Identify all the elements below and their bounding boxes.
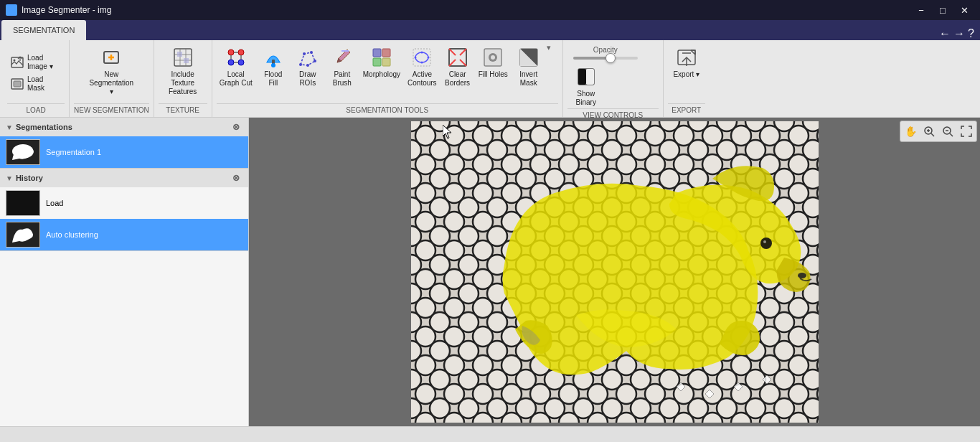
svg-point-27 bbox=[314, 60, 316, 62]
export-group-content: Export ▾ bbox=[668, 43, 705, 103]
svg-point-23 bbox=[271, 63, 275, 67]
ribbon-group-seg-tools: LocalGraph Cut FloodFill bbox=[212, 40, 563, 117]
seg-collapse-icon: ▼ bbox=[6, 123, 13, 131]
load-mask-label: LoadMask bbox=[27, 75, 44, 93]
clear-borders-icon bbox=[446, 46, 469, 69]
new-seg-group-content: NewSegmentation ▾ bbox=[74, 43, 149, 103]
include-texture-icon bbox=[171, 46, 194, 69]
segmentations-header[interactable]: ▼ Segmentations ⊗ bbox=[0, 118, 248, 136]
history-load-item[interactable]: Load bbox=[0, 187, 248, 219]
fit-view-button[interactable] bbox=[958, 123, 975, 140]
ribbon-back-icon[interactable]: ← bbox=[939, 27, 951, 40]
load-image-label: LoadImage ▾ bbox=[27, 54, 53, 71]
opacity-control: Opacity bbox=[567, 43, 644, 60]
segmentations-section: ▼ Segmentations ⊗ Segmentation 1 bbox=[0, 118, 248, 169]
ribbon-group-load: LoadImage ▾ LoadMask LOAD bbox=[3, 40, 70, 117]
close-button[interactable]: ✕ bbox=[954, 0, 974, 20]
svg-point-38 bbox=[421, 52, 423, 54]
svg-line-44 bbox=[460, 60, 466, 66]
opacity-slider-container bbox=[573, 57, 638, 60]
svg-rect-30 bbox=[373, 49, 381, 57]
new-segmentation-label: NewSegmentation ▾ bbox=[89, 70, 133, 96]
svg-rect-7 bbox=[174, 49, 192, 66]
svg-rect-57 bbox=[6, 191, 40, 216]
title-bar-left: Image Segmenter - img bbox=[6, 4, 111, 16]
svg-point-28 bbox=[306, 64, 309, 67]
invert-mask-label: InvertMask bbox=[519, 70, 537, 88]
maximize-button[interactable]: □ bbox=[933, 0, 953, 20]
auto-clustering-thumbnail bbox=[6, 222, 40, 248]
seg1-thumbnail bbox=[6, 139, 40, 165]
export-button[interactable]: Export ▾ bbox=[668, 43, 705, 80]
show-binary-button[interactable]: ShowBinary bbox=[567, 62, 605, 108]
morphology-button[interactable]: Morphology bbox=[360, 43, 403, 80]
local-graph-cut-button[interactable]: LocalGraph Cut bbox=[217, 43, 255, 89]
include-texture-button[interactable]: Include TextureFeatures bbox=[159, 43, 207, 98]
tab-segmentation[interactable]: SEGMENTATION bbox=[1, 20, 86, 40]
ribbon-group-texture: Include TextureFeatures TEXTURE bbox=[154, 40, 212, 117]
draw-rois-label: DrawROIs bbox=[299, 70, 316, 88]
history-auto-clustering-label: Auto clustering bbox=[46, 230, 98, 239]
new-segmentation-icon bbox=[100, 46, 123, 69]
seg-tools-group-label: SEGMENTATION TOOLS bbox=[217, 103, 558, 117]
texture-group-label: TEXTURE bbox=[159, 103, 207, 117]
svg-rect-50 bbox=[578, 69, 586, 85]
zoom-in-button[interactable] bbox=[920, 123, 938, 140]
svg-point-35 bbox=[415, 52, 428, 62]
show-binary-label: ShowBinary bbox=[576, 90, 596, 107]
invert-mask-button[interactable]: InvertMask bbox=[512, 43, 545, 89]
ribbon-help-icon[interactable]: ? bbox=[968, 27, 974, 40]
load-thumbnail bbox=[6, 190, 40, 216]
export-group-label: EXPORT bbox=[668, 103, 705, 117]
ribbon-forward-icon[interactable]: → bbox=[953, 27, 965, 40]
fill-holes-button[interactable]: Fill Holes bbox=[476, 43, 511, 80]
ribbon-nav-buttons: ← → ? bbox=[939, 27, 980, 40]
zoom-out-button[interactable] bbox=[939, 123, 956, 140]
history-auto-clustering-item[interactable]: Auto clustering bbox=[0, 219, 248, 250]
paint-brush-button[interactable]: PaintBrush bbox=[326, 43, 359, 89]
history-collapse-icon: ▼ bbox=[6, 174, 13, 182]
flood-fill-label: FloodFill bbox=[264, 70, 282, 88]
minimize-button[interactable]: − bbox=[911, 0, 931, 20]
active-contours-label: ActiveContours bbox=[407, 70, 437, 88]
flood-fill-icon bbox=[262, 46, 285, 69]
flood-fill-button[interactable]: FloodFill bbox=[257, 43, 290, 89]
svg-rect-13 bbox=[184, 58, 189, 63]
svg-point-75 bbox=[798, 273, 806, 278]
new-segmentation-button[interactable]: NewSegmentation ▾ bbox=[87, 43, 136, 98]
status-bar bbox=[0, 426, 980, 442]
load-group-label: LOAD bbox=[7, 103, 65, 117]
canvas-area[interactable]: ✋ bbox=[249, 118, 980, 426]
paint-brush-icon bbox=[331, 46, 354, 69]
fill-holes-label: Fill Holes bbox=[479, 70, 508, 79]
load-image-button[interactable]: LoadImage ▾ bbox=[7, 52, 65, 72]
pan-tool-button[interactable]: ✋ bbox=[902, 123, 919, 140]
opacity-slider[interactable] bbox=[573, 57, 638, 60]
svg-point-1 bbox=[14, 60, 16, 62]
load-mask-button[interactable]: LoadMask bbox=[7, 74, 65, 94]
seg1-label: Segmentation 1 bbox=[46, 148, 101, 156]
load-mask-icon bbox=[10, 77, 24, 91]
ribbon-group-new-segmentation: NewSegmentation ▾ NEW SEGMENTATION bbox=[70, 40, 154, 117]
svg-line-42 bbox=[460, 49, 466, 55]
history-header[interactable]: ▼ History ⊗ bbox=[0, 169, 248, 187]
main-layout: ▼ Segmentations ⊗ Segmentation 1 ▼ bbox=[0, 118, 980, 426]
draw-rois-button[interactable]: DrawROIs bbox=[291, 43, 324, 89]
segmentation-1-item[interactable]: Segmentation 1 bbox=[0, 136, 248, 168]
invert-mask-icon bbox=[517, 46, 540, 69]
include-texture-label: Include TextureFeatures bbox=[161, 70, 204, 96]
texture-group-content: Include TextureFeatures bbox=[159, 43, 207, 103]
export-icon bbox=[675, 46, 698, 69]
expand-tools-button[interactable]: ▾ bbox=[547, 43, 558, 67]
paint-brush-label: PaintBrush bbox=[333, 70, 352, 88]
svg-point-26 bbox=[310, 51, 313, 54]
clear-borders-button[interactable]: ClearBorders bbox=[441, 43, 474, 89]
seg-tools-content: LocalGraph Cut FloodFill bbox=[217, 43, 558, 103]
svg-point-25 bbox=[303, 52, 306, 55]
ribbon-group-view-controls: Opacity ShowBinary VIEW CONTROLS bbox=[563, 40, 664, 117]
load-group-content: LoadImage ▾ LoadMask bbox=[7, 43, 65, 103]
svg-rect-12 bbox=[177, 52, 182, 57]
active-contours-button[interactable]: ActiveContours bbox=[405, 43, 440, 89]
segmentations-clear-button[interactable]: ⊗ bbox=[230, 121, 242, 133]
history-clear-button[interactable]: ⊗ bbox=[230, 171, 242, 184]
